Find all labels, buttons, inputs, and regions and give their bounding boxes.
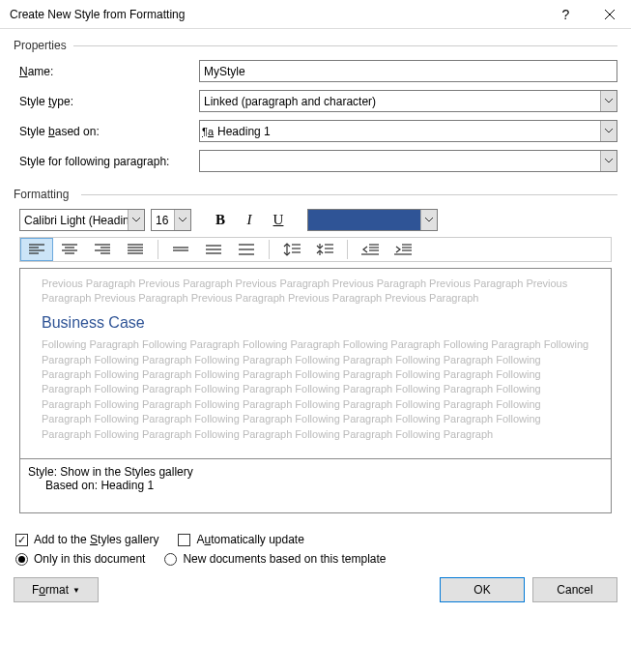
based-on-select[interactable]: ¶aHeading 1 xyxy=(199,120,617,142)
preview-sample-text: Business Case xyxy=(42,312,589,334)
new-documents-radio[interactable]: New documents based on this template xyxy=(164,552,386,566)
description-line-1: Style: Show in the Styles gallery xyxy=(28,465,603,479)
checkbox-icon xyxy=(178,534,190,546)
auto-update-checkbox[interactable]: Automatically update xyxy=(178,533,303,546)
style-type-select[interactable]: Linked (paragraph and character) xyxy=(199,90,617,112)
style-description: Style: Show in the Styles gallery Based … xyxy=(19,459,612,513)
line-spacing-2-button[interactable] xyxy=(230,238,263,261)
name-label: Name: xyxy=(19,65,199,78)
chevron-down-icon xyxy=(600,151,617,171)
help-button[interactable]: ? xyxy=(544,0,588,29)
name-input[interactable] xyxy=(199,60,617,82)
font-family-select[interactable]: Calibri Light (Headings) xyxy=(19,209,145,231)
increase-indent-button[interactable] xyxy=(387,238,419,261)
chevron-down-icon xyxy=(174,210,190,230)
format-button[interactable]: Format▼ xyxy=(14,577,99,602)
decrease-indent-button[interactable] xyxy=(354,238,387,261)
radio-icon xyxy=(164,553,177,566)
separator xyxy=(269,240,270,259)
formatting-legend: Formatting xyxy=(14,188,617,201)
line-spacing-15-button[interactable] xyxy=(197,238,230,261)
color-swatch xyxy=(308,210,420,230)
radio-icon xyxy=(15,553,28,566)
underline-button[interactable]: U xyxy=(267,209,290,231)
formatting-group: Formatting Calibri Light (Headings) 16 B… xyxy=(14,188,617,525)
font-color-select[interactable] xyxy=(307,209,438,231)
only-this-document-radio[interactable]: Only in this document xyxy=(15,552,145,566)
align-justify-button[interactable] xyxy=(119,238,152,261)
preview-previous-text: Previous Paragraph Previous Paragraph Pr… xyxy=(42,277,589,307)
based-on-label: Style based on: xyxy=(19,125,199,138)
chevron-down-icon xyxy=(420,210,437,230)
titlebar: Create New Style from Formatting ? xyxy=(0,0,631,29)
close-button[interactable] xyxy=(588,0,631,29)
bold-button[interactable]: B xyxy=(209,209,232,231)
space-before-decrease-button[interactable] xyxy=(308,238,341,261)
checkbox-icon xyxy=(15,534,28,546)
chevron-down-icon xyxy=(600,121,617,141)
following-para-label: Style for following paragraph: xyxy=(19,155,199,168)
line-spacing-1-button[interactable] xyxy=(164,238,197,261)
paragraph-toolbar xyxy=(19,237,612,262)
add-to-gallery-checkbox[interactable]: Add to the Styles gallery xyxy=(15,533,158,546)
description-line-2: Based on: Heading 1 xyxy=(28,479,603,492)
separator xyxy=(158,240,158,259)
chevron-down-icon xyxy=(600,91,617,111)
style-type-label: Style type: xyxy=(19,95,199,108)
properties-legend: Properties xyxy=(14,39,617,52)
align-left-button[interactable] xyxy=(20,238,53,261)
properties-group: Properties Name: Style type: Linked (par… xyxy=(14,39,617,180)
following-para-select[interactable] xyxy=(199,150,617,172)
font-size-select[interactable]: 16 xyxy=(151,209,191,231)
paragraph-icon: ¶a xyxy=(202,126,214,137)
style-preview: Previous Paragraph Previous Paragraph Pr… xyxy=(19,268,612,459)
ok-button[interactable]: OK xyxy=(440,577,525,602)
align-center-button[interactable] xyxy=(53,238,86,261)
align-right-button[interactable] xyxy=(86,238,119,261)
chevron-down-icon xyxy=(128,210,144,230)
chevron-down-icon: ▼ xyxy=(72,586,80,595)
close-icon xyxy=(605,10,615,19)
space-before-increase-button[interactable] xyxy=(275,238,308,261)
preview-following-text: Following Paragraph Following Paragraph … xyxy=(42,337,589,442)
italic-button[interactable]: I xyxy=(238,209,261,231)
cancel-button[interactable]: Cancel xyxy=(532,577,617,602)
dialog-title: Create New Style from Formatting xyxy=(10,8,544,21)
separator xyxy=(347,240,348,259)
